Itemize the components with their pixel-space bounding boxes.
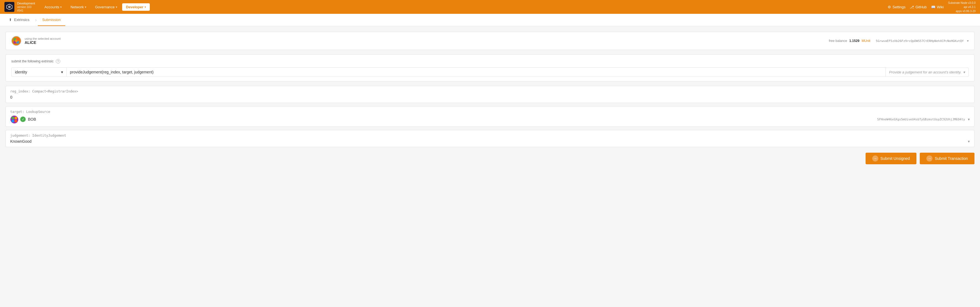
- chevron-down-icon: ▾: [85, 6, 86, 9]
- nav-governance[interactable]: Governance ▾: [91, 3, 121, 11]
- github-link[interactable]: ⎇ GitHub: [910, 5, 926, 9]
- account-left: using the selected account ALICE: [11, 36, 60, 46]
- tab-extrinsics[interactable]: ⬆ Extrinsics: [5, 14, 34, 26]
- svg-rect-10: [15, 117, 17, 119]
- avatar: [11, 36, 21, 46]
- chevron-down-icon: ▾: [145, 6, 146, 9]
- chevron-down-icon: ▾: [60, 6, 62, 9]
- github-icon: ⎇: [910, 5, 914, 9]
- extrinsic-card: submit the following extrinsic ? identit…: [6, 54, 974, 81]
- svg-rect-11: [12, 120, 14, 122]
- svg-rect-9: [12, 117, 14, 119]
- chevron-down-icon[interactable]: ▾: [968, 139, 970, 144]
- param-target: target: LookupSource ✓ BOB 5FHneW46xGXgs…: [6, 106, 974, 127]
- target-left: ✓ BOB: [10, 116, 36, 123]
- svg-point-7: [15, 40, 18, 42]
- submit-transaction-icon: →: [926, 155, 932, 161]
- upload-icon: ⬆: [9, 18, 12, 22]
- book-icon: 📖: [931, 5, 935, 9]
- nav-network[interactable]: Network ▾: [67, 3, 90, 11]
- extrinsic-header: submit the following extrinsic ?: [11, 59, 969, 63]
- nav-divider: ›: [35, 17, 37, 23]
- submit-area: → Submit Unsigned → Submit Transaction: [6, 153, 974, 164]
- account-right: free balance 1.1529 MUnit 5GrwvaEF5zXb26…: [829, 39, 969, 43]
- top-navigation: Development version 103 #541 Accounts ▾ …: [0, 0, 980, 14]
- brand-logo[interactable]: Development version 103 #541: [5, 2, 35, 13]
- brand-info: Development version 103 #541: [17, 2, 35, 13]
- chevron-down-icon: ▾: [116, 6, 117, 9]
- chevron-down-icon: ▾: [61, 70, 63, 74]
- judgement-dropdown[interactable]: KnownGood ▾: [10, 139, 970, 144]
- target-address-area: 5FHneW46xGXgs5mUiveU4sbTyGBzmstUspZC92Uh…: [877, 117, 970, 122]
- account-card: using the selected account ALICE free ba…: [6, 32, 974, 50]
- wiki-link[interactable]: 📖 Wiki: [931, 5, 944, 9]
- nav-menu: Accounts ▾ Network ▾ Governance ▾ Develo…: [41, 3, 888, 11]
- svg-rect-12: [15, 120, 17, 122]
- submit-unsigned-icon: →: [872, 155, 878, 161]
- param-judgement: judgement: IdentityJudgement KnownGood ▾: [6, 130, 974, 147]
- tab-submission[interactable]: Submission: [38, 14, 65, 26]
- extrinsic-selectors: identity ▾ provideJudgement(reg_index, t…: [11, 67, 969, 77]
- node-info: Substrate Node v3.0.0 api v4.3.1 apps v0…: [948, 1, 975, 13]
- help-icon[interactable]: ?: [56, 59, 60, 63]
- target-avatar: [10, 116, 18, 123]
- method-selector[interactable]: provideJudgement(reg_index, target, judg…: [67, 67, 886, 77]
- nav-developer[interactable]: Developer ▾: [122, 3, 150, 11]
- svg-marker-1: [8, 6, 11, 8]
- submit-transaction-button[interactable]: → Submit Transaction: [920, 153, 974, 164]
- submit-unsigned-button[interactable]: → Submit Unsigned: [865, 153, 917, 164]
- nav-accounts[interactable]: Accounts ▾: [41, 3, 65, 11]
- module-selector[interactable]: identity ▾: [11, 67, 67, 77]
- chevron-down-icon[interactable]: ▾: [967, 39, 969, 43]
- chevron-down-icon[interactable]: ▾: [968, 117, 970, 122]
- logo-icon: [5, 2, 14, 12]
- gear-icon: ⚙: [888, 5, 891, 9]
- nav-right-area: ⚙ Settings ⎇ GitHub 📖 Wiki Substrate Nod…: [888, 1, 975, 13]
- settings-button[interactable]: ⚙ Settings: [888, 5, 905, 9]
- main-content: using the selected account ALICE free ba…: [0, 26, 980, 170]
- svg-point-8: [11, 116, 18, 123]
- sub-navigation: ⬆ Extrinsics › Submission: [0, 14, 980, 26]
- account-info: using the selected account ALICE: [25, 37, 60, 45]
- chevron-down-icon: ▾: [963, 70, 965, 74]
- target-with-address: ✓ BOB 5FHneW46xGXgs5mUiveU4sbTyGBzmstUsp…: [10, 116, 970, 123]
- extrinsic-description[interactable]: Provide a judgement for an account's ide…: [886, 68, 969, 77]
- checkmark-icon: ✓: [20, 117, 26, 122]
- param-reg-index: reg_index: Compact<RegistrarIndex> 0: [6, 86, 974, 103]
